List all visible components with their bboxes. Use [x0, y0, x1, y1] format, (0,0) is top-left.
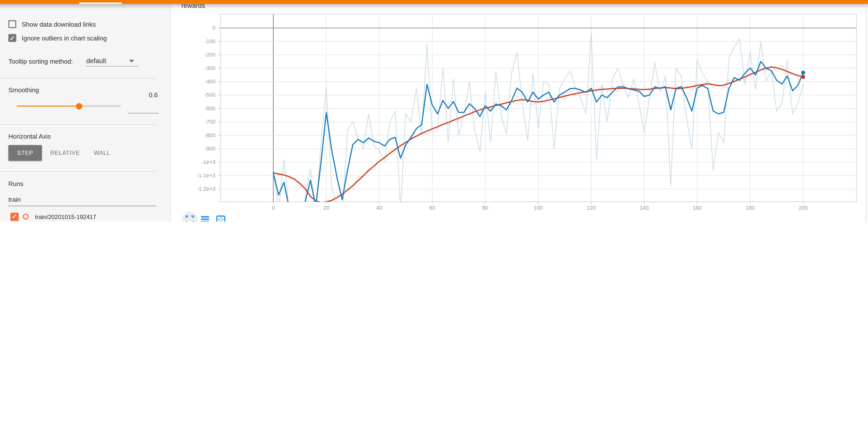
sidebar-divider	[0, 124, 156, 125]
ignore-outliers-checkbox[interactable]: ✓	[8, 34, 16, 42]
sidebar-divider	[0, 78, 156, 79]
tensorboard-app: Show data download links ✓ Ignore outlie…	[0, 0, 868, 222]
main-content-background	[171, 4, 868, 222]
checkbox-checked-icon[interactable]: ✓	[8, 34, 16, 42]
run-checkbox-icon[interactable]: ✓	[10, 213, 19, 221]
sidebar-divider	[0, 171, 156, 172]
dropdown-arrow-icon[interactable]	[129, 60, 134, 63]
active-tab-indicator	[80, 2, 122, 4]
axis-step-button[interactable]: STEP	[8, 145, 42, 161]
smoothing-heading: Smoothing	[8, 86, 39, 94]
app-header-bar	[0, 0, 868, 4]
smoothing-slider-thumb[interactable]	[76, 103, 82, 110]
run-name-label: train/20201015-192417	[35, 214, 157, 221]
run-filter-underline	[8, 206, 156, 206]
horizontal-axis-heading: Horizontal Axis	[8, 133, 51, 140]
show-download-links-label[interactable]: Show data download links	[22, 21, 96, 28]
smoothing-slider-fill	[17, 106, 79, 107]
run-filter-input[interactable]: train	[8, 196, 21, 203]
fit-to-data-icon[interactable]	[216, 215, 226, 222]
data-list-icon[interactable]	[200, 215, 210, 222]
axis-relative-button[interactable]: RELATIVE	[46, 145, 84, 161]
axis-wall-button[interactable]: WALL	[87, 145, 117, 161]
tooltip-dropdown-underline	[86, 66, 138, 67]
tooltip-sorting-label: Tooltip sorting method:	[8, 58, 73, 65]
run-checkbox[interactable]: ✓	[10, 213, 19, 221]
smoothing-value-underline	[128, 113, 159, 114]
fullscreen-icon[interactable]	[185, 215, 194, 222]
vertical-scrollbar[interactable]	[866, 4, 867, 222]
run-color-circle-icon[interactable]	[23, 214, 29, 219]
checkbox-unchecked-icon[interactable]	[8, 20, 16, 28]
show-download-links-checkbox[interactable]	[8, 20, 16, 28]
settings-sidebar: Show data download links ✓ Ignore outlie…	[0, 4, 171, 222]
smoothing-value-input[interactable]: 0.6	[128, 91, 158, 99]
tooltip-sorting-dropdown[interactable]: default	[86, 57, 106, 65]
ignore-outliers-label[interactable]: Ignore outliers in chart scaling	[22, 34, 107, 42]
runs-heading: Runs	[8, 180, 23, 187]
header-shadow	[0, 4, 868, 9]
